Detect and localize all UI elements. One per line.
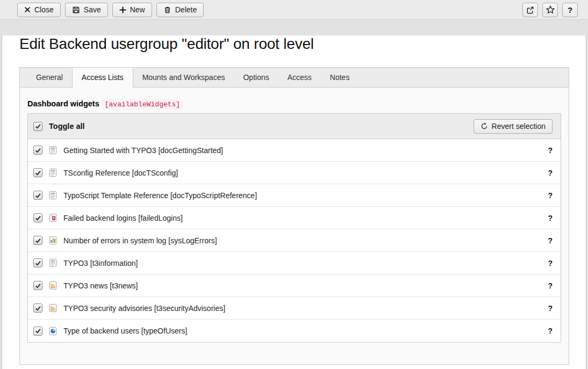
row-help-icon[interactable]: ? — [548, 259, 553, 267]
save-button[interactable]: Save — [65, 3, 108, 17]
widget-label: Type of backend users [typeOfUsers] — [63, 327, 187, 335]
field-label-row: Dashboard widgets[availableWidgets] — [27, 99, 561, 108]
document-widget-icon — [48, 146, 58, 155]
module-body: Edit Backend usergroup "editor" on root … — [2, 35, 586, 369]
close-button[interactable]: Close — [17, 3, 61, 17]
widget-checkbox[interactable] — [33, 191, 42, 200]
tab-bar: GeneralAccess ListsMounts and Workspaces… — [19, 67, 569, 88]
widget-row: TypoScript Template Reference [docTypoSc… — [28, 184, 561, 207]
revert-selection-label: Revert selection — [492, 122, 546, 131]
widget-checkbox[interactable] — [33, 168, 42, 177]
tab-notes[interactable]: Notes — [321, 68, 359, 87]
row-help-icon[interactable]: ? — [548, 146, 553, 155]
widget-checkbox[interactable] — [33, 236, 42, 245]
plus-icon — [119, 6, 126, 13]
tab-access[interactable]: Access — [278, 68, 321, 87]
delete-button[interactable]: Delete — [156, 3, 204, 17]
widget-row: Type of backend users [typeOfUsers]? — [28, 320, 561, 342]
close-button-label: Close — [34, 5, 54, 14]
tab-mounts-and-workspaces[interactable]: Mounts and Workspaces — [133, 68, 234, 87]
doc-header-toolbar: Close Save New Delete ? — [0, 0, 588, 20]
widget-row: Number of errors in system log [sysLogEr… — [28, 229, 561, 252]
tab-panel-access-lists: Dashboard widgets[availableWidgets] Togg… — [19, 88, 569, 365]
widget-row: TYPO3 news [t3news]? — [28, 274, 561, 297]
widget-label: TSconfig Reference [docTSconfig] — [63, 169, 178, 177]
new-button-label: New — [130, 5, 145, 14]
widget-checkbox[interactable] — [33, 146, 42, 155]
open-in-new-window-button[interactable] — [522, 3, 538, 17]
tab-general[interactable]: General — [27, 68, 72, 87]
widget-row: 3Failed backend logins [failedLogins]? — [28, 207, 561, 229]
save-icon — [72, 6, 80, 14]
tab-access-lists[interactable]: Access Lists — [72, 68, 133, 88]
widget-checkbox[interactable] — [33, 258, 42, 267]
revert-icon — [481, 122, 488, 130]
trash-icon — [163, 6, 171, 14]
toggle-all-checkbox[interactable] — [33, 122, 42, 131]
toggle-all-label: Toggle all — [49, 122, 85, 131]
field-label: Dashboard widgets — [27, 99, 99, 108]
document-widget-icon — [48, 168, 58, 177]
rss-widget-icon — [48, 281, 58, 290]
widget-label: TYPO3 [t3information] — [63, 259, 138, 267]
widget-label: Getting Started with TYPO3 [docGettingSt… — [63, 146, 223, 155]
toggle-all-row: Toggle all Revert selection — [28, 114, 561, 139]
document-widget-icon — [48, 258, 58, 267]
widget-row: TYPO3 security advisories [t3securityAdv… — [28, 297, 561, 320]
available-widgets-list: Toggle all Revert selection Getting Star… — [27, 113, 561, 343]
tab-options[interactable]: Options — [234, 68, 278, 87]
widget-checkbox[interactable] — [33, 303, 42, 313]
widget-label: TYPO3 news [t3news] — [63, 281, 138, 290]
pie-chart-widget-icon — [48, 327, 58, 336]
widget-rows: Getting Started with TYPO3 [docGettingSt… — [28, 139, 561, 342]
row-help-icon[interactable]: ? — [548, 281, 553, 290]
widget-row: Getting Started with TYPO3 [docGettingSt… — [28, 139, 561, 162]
field-code: [availableWidgets] — [102, 99, 183, 110]
bar-chart-widget-icon — [48, 236, 58, 245]
revert-selection-button[interactable]: Revert selection — [474, 119, 553, 134]
close-icon — [24, 6, 31, 13]
tabs-container: GeneralAccess ListsMounts and Workspaces… — [19, 67, 569, 365]
row-help-icon[interactable]: ? — [548, 327, 553, 335]
document-widget-icon — [48, 191, 58, 200]
delete-button-label: Delete — [175, 5, 197, 14]
row-help-icon[interactable]: ? — [548, 214, 553, 222]
row-help-icon[interactable]: ? — [548, 191, 553, 200]
star-icon — [546, 5, 555, 14]
widget-label: Number of errors in system log [sysLogEr… — [63, 236, 217, 245]
widget-checkbox[interactable] — [33, 213, 42, 222]
help-icon: ? — [568, 5, 572, 15]
help-button[interactable]: ? — [562, 3, 578, 17]
open-in-new-window-icon — [526, 6, 534, 14]
row-help-icon[interactable]: ? — [548, 236, 553, 245]
page-title: Edit Backend usergroup "editor" on root … — [19, 35, 586, 53]
number-widget-icon: 3 — [48, 213, 58, 222]
toolbar-left-group: Close Save New Delete — [17, 3, 204, 17]
toolbar-right-group: ? — [522, 3, 578, 17]
row-help-icon[interactable]: ? — [548, 304, 553, 313]
widget-row: TYPO3 [t3information]? — [28, 252, 561, 274]
widget-label: TYPO3 security advisories [t3securityAdv… — [63, 304, 225, 313]
save-button-label: Save — [84, 5, 101, 14]
row-help-icon[interactable]: ? — [548, 169, 553, 177]
new-button[interactable]: New — [112, 3, 152, 17]
widget-label: TypoScript Template Reference [docTypoSc… — [63, 191, 257, 200]
widget-row: TSconfig Reference [docTSconfig]? — [28, 162, 561, 184]
widget-checkbox[interactable] — [33, 281, 42, 290]
bookmark-button[interactable] — [542, 3, 558, 17]
widget-checkbox[interactable] — [33, 327, 42, 336]
rss-widget-icon — [48, 303, 58, 313]
widget-label: Failed backend logins [failedLogins] — [63, 214, 183, 222]
